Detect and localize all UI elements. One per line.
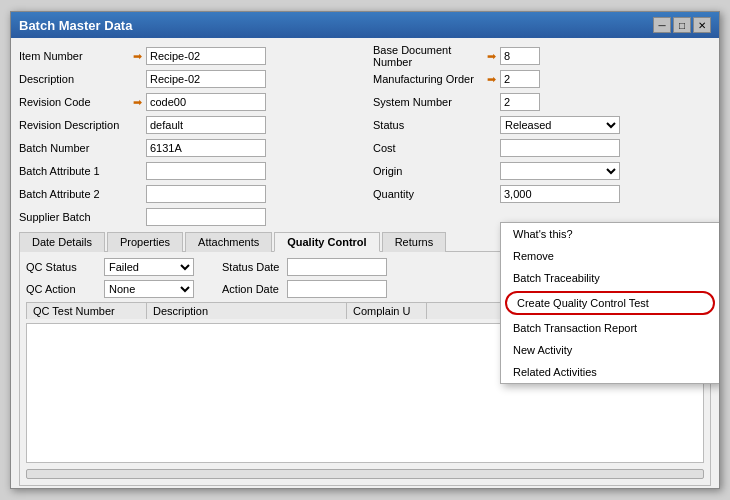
quantity-input[interactable] <box>500 185 620 203</box>
item-number-input[interactable] <box>146 47 266 65</box>
origin-row: Origin ➡ <box>373 161 711 181</box>
batch-master-data-window: Batch Master Data ─ □ ✕ Item Number ➡ De… <box>10 11 720 489</box>
description-row: Description ➡ <box>19 69 357 89</box>
mfg-order-input[interactable] <box>500 70 540 88</box>
horizontal-scrollbar[interactable] <box>26 469 704 479</box>
tab-properties[interactable]: Properties <box>107 232 183 252</box>
status-row: Status ➡ Released Locked <box>373 115 711 135</box>
context-menu-create-qc[interactable]: Create Quality Control Test <box>505 291 715 315</box>
close-button[interactable]: ✕ <box>693 17 711 33</box>
qc-action-select[interactable]: None <box>104 280 194 298</box>
origin-label: Origin <box>373 165 483 177</box>
context-menu-related-activities[interactable]: Related Activities <box>501 361 719 383</box>
col-header-description: Description <box>147 303 347 319</box>
context-menu-whats-this[interactable]: What's this? <box>501 223 719 245</box>
status-label: Status <box>373 119 483 131</box>
description-label: Description <box>19 73 129 85</box>
sys-number-input[interactable] <box>500 93 540 111</box>
batch-attr1-input[interactable] <box>146 162 266 180</box>
base-doc-row: Base Document Number ➡ <box>373 46 711 66</box>
batch-number-row: Batch Number ➡ <box>19 138 357 158</box>
revision-code-label: Revision Code <box>19 96 129 108</box>
context-menu-remove[interactable]: Remove <box>501 245 719 267</box>
batch-attr2-label: Batch Attribute 2 <box>19 188 129 200</box>
context-menu-batch-traceability[interactable]: Batch Traceability <box>501 267 719 289</box>
item-number-arrow: ➡ <box>133 50 142 63</box>
status-select[interactable]: Released Locked <box>500 116 620 134</box>
qc-status-select[interactable]: Failed Passed <box>104 258 194 276</box>
mfg-order-row: Manufacturing Order ➡ <box>373 69 711 89</box>
revision-code-arrow: ➡ <box>133 96 142 109</box>
status-date-input[interactable] <box>287 258 387 276</box>
origin-select[interactable] <box>500 162 620 180</box>
context-menu: What's this? Remove Batch Traceability C… <box>500 222 719 384</box>
supplier-batch-row: Supplier Batch ➡ <box>19 207 357 227</box>
tab-returns[interactable]: Returns <box>382 232 447 252</box>
right-form-col: Base Document Number ➡ Manufacturing Ord… <box>373 46 711 227</box>
qc-action-label: QC Action <box>26 283 96 295</box>
tab-attachments[interactable]: Attachments <box>185 232 272 252</box>
quantity-row: Quantity ➡ <box>373 184 711 204</box>
qc-status-label: QC Status <box>26 261 96 273</box>
window-body: Item Number ➡ Description ➡ Revision Cod… <box>11 38 719 488</box>
col-header-test-number: QC Test Number <box>27 303 147 319</box>
mfg-order-arrow: ➡ <box>487 73 496 86</box>
batch-attr2-input[interactable] <box>146 185 266 203</box>
batch-number-input[interactable] <box>146 139 266 157</box>
revision-desc-input[interactable] <box>146 116 266 134</box>
context-menu-batch-transaction[interactable]: Batch Transaction Report <box>501 317 719 339</box>
action-date-input[interactable] <box>287 280 387 298</box>
batch-attr1-row: Batch Attribute 1 ➡ <box>19 161 357 181</box>
batch-attr1-label: Batch Attribute 1 <box>19 165 129 177</box>
item-number-row: Item Number ➡ <box>19 46 357 66</box>
revision-code-row: Revision Code ➡ <box>19 92 357 112</box>
window-title: Batch Master Data <box>19 18 132 33</box>
left-form-col: Item Number ➡ Description ➡ Revision Cod… <box>19 46 357 227</box>
status-date-label: Status Date <box>222 261 279 273</box>
cost-label: Cost <box>373 142 483 154</box>
base-doc-arrow: ➡ <box>487 50 496 63</box>
quantity-label: Quantity <box>373 188 483 200</box>
batch-number-label: Batch Number <box>19 142 129 154</box>
action-date-label: Action Date <box>222 283 279 295</box>
col-header-complain: Complain U <box>347 303 427 319</box>
revision-desc-label: Revision Description <box>19 119 129 131</box>
item-number-label: Item Number <box>19 50 129 62</box>
window-controls: ─ □ ✕ <box>653 17 711 33</box>
revision-code-input[interactable] <box>146 93 266 111</box>
tab-date-details[interactable]: Date Details <box>19 232 105 252</box>
base-doc-input[interactable] <box>500 47 540 65</box>
tab-section: Date Details Properties Attachments Qual… <box>19 231 711 486</box>
description-input[interactable] <box>146 70 266 88</box>
sys-number-label: System Number <box>373 96 483 108</box>
title-bar: Batch Master Data ─ □ ✕ <box>11 12 719 38</box>
batch-attr2-row: Batch Attribute 2 ➡ <box>19 184 357 204</box>
sys-number-row: System Number ➡ <box>373 92 711 112</box>
maximize-button[interactable]: □ <box>673 17 691 33</box>
form-section: Item Number ➡ Description ➡ Revision Cod… <box>19 46 711 227</box>
minimize-button[interactable]: ─ <box>653 17 671 33</box>
mfg-order-label: Manufacturing Order <box>373 73 483 85</box>
revision-desc-row: Revision Description ➡ <box>19 115 357 135</box>
supplier-batch-label: Supplier Batch <box>19 211 129 223</box>
context-menu-new-activity[interactable]: New Activity <box>501 339 719 361</box>
base-doc-label: Base Document Number <box>373 44 483 68</box>
cost-row: Cost ➡ <box>373 138 711 158</box>
cost-input[interactable] <box>500 139 620 157</box>
tab-content-quality-control: QC Status Failed Passed Status Date QC A… <box>19 252 711 486</box>
tab-quality-control[interactable]: Quality Control <box>274 232 379 252</box>
supplier-batch-input[interactable] <box>146 208 266 226</box>
